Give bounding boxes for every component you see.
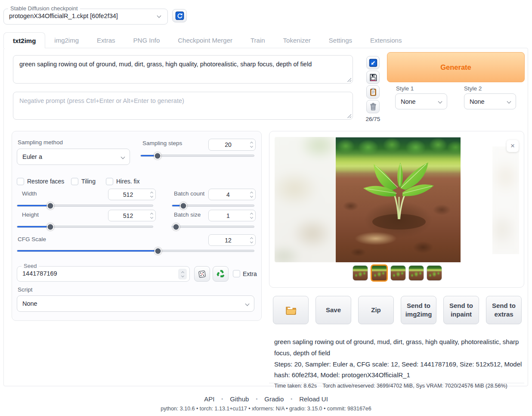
negative-prompt-input[interactable]: Negative prompt (press Ctrl+Enter or Alt… [13,92,353,120]
reuse-seed-button[interactable] [213,266,229,282]
stepper-icon[interactable] [247,235,255,245]
tab-settings[interactable]: Settings [320,32,361,48]
footer-link-reload-ui[interactable]: Reload UI [284,395,328,403]
footer-versions: python: 3.10.6 • torch: 1.13.1+cu117 • x… [0,406,532,412]
width-label: Width [22,190,37,197]
batch-count-slider[interactable] [172,205,254,207]
txt2img-settings-panel: Sampling method Euler a Sampling steps 2… [12,131,262,321]
slider-thumb[interactable] [179,202,187,209]
seed-input[interactable]: Seed 1441787169 [17,266,190,282]
refresh-icon [175,11,184,20]
slider-thumb[interactable] [155,247,162,255]
thumbnail-4[interactable] [408,265,424,281]
restore-faces-label: Restore faces [27,178,64,185]
height-input[interactable]: 512 [108,210,156,221]
checkpoint-dropdown[interactable]: Stable Diffusion checkpoint protogenX34O… [3,9,168,25]
footer-link-gradio[interactable]: Gradio [249,395,284,403]
style2-label: Style 2 [464,85,482,92]
height-slider[interactable] [17,226,153,228]
prompt-input[interactable]: green sapling rowing out of ground, mud,… [13,55,353,84]
stepper-icon[interactable] [247,139,255,150]
cfg-scale-label: CFG Scale [18,236,46,242]
tab-checkpoint-merger[interactable]: Checkpoint Merger [169,32,241,48]
tab-txt2img[interactable]: txt2img [3,32,45,48]
sampling-steps-slider[interactable] [140,155,254,157]
style1-dropdown[interactable]: None [395,93,447,109]
tab-img2img[interactable]: img2img [45,32,88,48]
tab-extras[interactable]: Extras [88,32,124,48]
batch-size-slider[interactable] [172,226,254,228]
vram-usage: Torch active/reserved: 3699/4702 MiB, Sy… [322,383,507,389]
chevron-down-icon [245,301,250,306]
gallery-prev-image[interactable] [275,137,336,262]
slider-thumb[interactable] [47,202,54,209]
resize-handle[interactable] [346,113,351,118]
hires-fix-checkbox[interactable] [106,178,113,185]
slider-thumb[interactable] [172,223,179,230]
refresh-checkpoints-button[interactable] [172,9,187,22]
divider [269,383,524,383]
batch-count-label: Batch count [174,190,204,197]
footer-link-api[interactable]: API [204,395,214,403]
style1-label: Style 1 [396,85,414,92]
thumbnail-5[interactable] [427,265,442,281]
open-folder-button[interactable] [273,296,309,324]
slider-thumb[interactable] [47,223,54,230]
hires-fix-label: Hires. fix [116,178,139,185]
width-input[interactable]: 512 [108,189,156,200]
random-seed-button[interactable] [194,266,210,282]
close-icon[interactable]: × [507,140,519,152]
token-counter: 26/75 [363,116,383,122]
apply-style-button[interactable] [366,85,380,99]
stepper-icon[interactable] [148,210,155,221]
width-slider[interactable] [17,205,153,207]
save-button[interactable]: Save [315,296,351,324]
cfg-scale-input[interactable]: 12 [208,234,256,246]
footer-link-github[interactable]: Github [214,395,249,403]
clear-prompt-button[interactable] [366,100,380,113]
slider-thumb[interactable] [154,152,161,159]
restore-faces-checkbox[interactable] [17,178,24,185]
cfg-scale-slider[interactable] [17,250,254,252]
thumbnail-2-selected[interactable] [371,264,388,282]
tiling-checkbox[interactable] [71,178,78,185]
sampling-steps-input[interactable]: 20 [208,139,256,151]
tab-extensions[interactable]: Extensions [361,32,411,48]
tab-png-info[interactable]: PNG Info [124,32,169,48]
down-left-arrow-icon [369,59,377,67]
time-taken: Time taken: 8.62s [274,383,317,389]
stepper-icon[interactable] [148,189,155,200]
tiling-label: Tiling [81,178,96,185]
extra-seed-checkbox[interactable] [233,270,240,277]
read-generation-params-button[interactable] [366,56,380,69]
stepper-icon[interactable] [247,189,255,200]
send-to-img2img-button[interactable]: Send to img2img [401,296,436,324]
chevron-down-icon [157,14,161,18]
style2-dropdown[interactable]: None [464,93,516,109]
tab-train[interactable]: Train [241,32,274,48]
stepper-icon[interactable] [178,269,187,279]
gallery-next-image[interactable] [492,146,519,254]
height-label: Height [22,211,39,218]
checkpoint-value: protogenX34OfficialR_1.ckpt [60fe2f34] [9,12,118,19]
send-to-inpaint-button[interactable]: Send to inpaint [443,296,479,324]
batch-size-input[interactable]: 1 [208,210,256,221]
save-style-button[interactable] [366,71,380,84]
thumbnail-3[interactable] [390,265,406,281]
checkpoint-label: Stable Diffusion checkpoint [8,5,80,12]
stepper-icon[interactable] [247,210,255,221]
generated-image[interactable] [336,137,461,262]
send-to-extras-button[interactable]: Send to extras [486,296,522,324]
trash-icon [369,102,377,111]
thumbnail-1[interactable] [353,265,368,281]
tab-tokenizer[interactable]: Tokenizer [274,32,320,48]
batch-count-input[interactable]: 4 [208,189,256,200]
script-dropdown[interactable]: None [17,295,254,312]
sampling-method-dropdown[interactable]: Euler a [17,149,130,165]
zip-button[interactable]: Zip [358,296,394,324]
resize-handle[interactable] [346,77,351,82]
extra-seed-label: Extra [243,270,257,277]
generate-button[interactable]: Generate [387,52,525,82]
seed-label: Seed [22,263,39,269]
floppy-disk-icon [369,73,377,82]
